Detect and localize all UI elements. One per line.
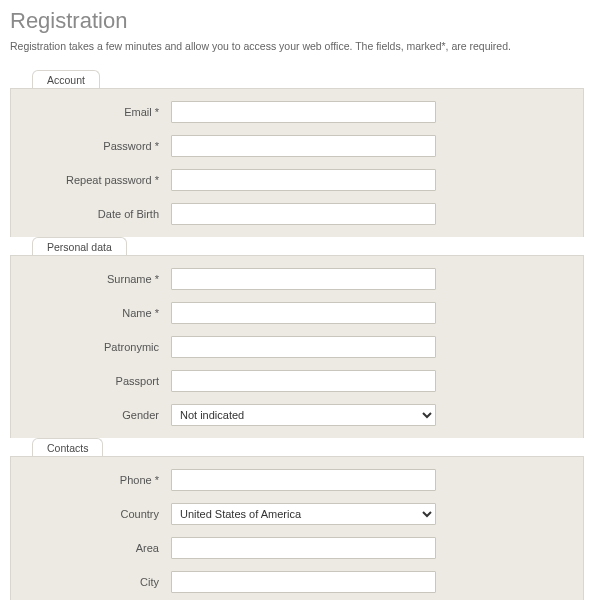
tab-account: Account	[32, 70, 100, 88]
label-country: Country	[21, 508, 171, 520]
passport-field[interactable]	[171, 370, 436, 392]
repeat-password-field[interactable]	[171, 169, 436, 191]
password-field[interactable]	[171, 135, 436, 157]
area-field[interactable]	[171, 537, 436, 559]
label-surname: Surname *	[21, 273, 171, 285]
label-passport: Passport	[21, 375, 171, 387]
section-contacts: Contacts Phone * Country United States o…	[10, 438, 584, 600]
page-title: Registration	[10, 8, 584, 34]
label-name: Name *	[21, 307, 171, 319]
label-gender: Gender	[21, 409, 171, 421]
label-repeat-password: Repeat password *	[21, 174, 171, 186]
section-account: Account Email * Password * Repeat passwo…	[10, 70, 584, 237]
patronymic-field[interactable]	[171, 336, 436, 358]
country-select[interactable]: United States of America	[171, 503, 436, 525]
label-patronymic: Patronymic	[21, 341, 171, 353]
phone-field[interactable]	[171, 469, 436, 491]
label-dob: Date of Birth	[21, 208, 171, 220]
intro-text: Registration takes a few minutes and all…	[10, 40, 584, 52]
label-city: City	[21, 576, 171, 588]
label-password: Password *	[21, 140, 171, 152]
email-field[interactable]	[171, 101, 436, 123]
dob-field[interactable]	[171, 203, 436, 225]
gender-select[interactable]: Not indicated	[171, 404, 436, 426]
label-area: Area	[21, 542, 171, 554]
tab-contacts: Contacts	[32, 438, 103, 456]
city-field[interactable]	[171, 571, 436, 593]
label-phone: Phone *	[21, 474, 171, 486]
surname-field[interactable]	[171, 268, 436, 290]
label-email: Email *	[21, 106, 171, 118]
tab-personal: Personal data	[32, 237, 127, 255]
section-personal: Personal data Surname * Name * Patronymi…	[10, 237, 584, 438]
name-field[interactable]	[171, 302, 436, 324]
